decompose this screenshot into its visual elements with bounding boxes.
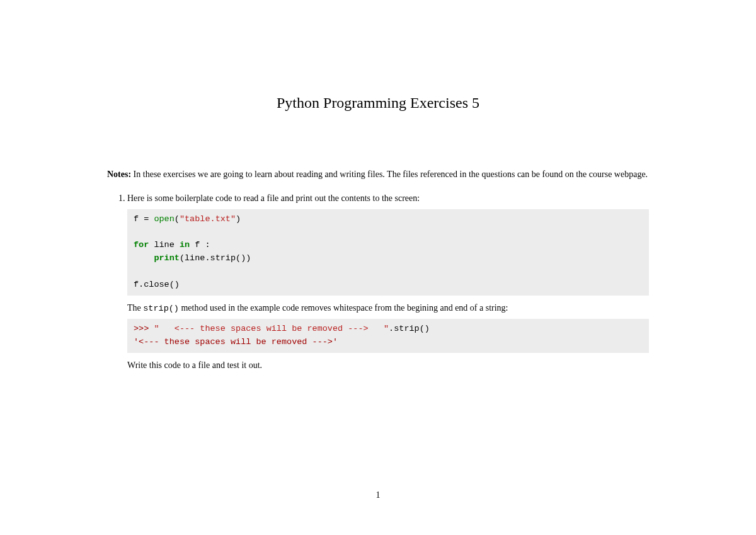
code-token: print (154, 253, 180, 263)
code-token: = (144, 214, 154, 224)
page-title: Python Programming Exercises 5 (107, 95, 649, 112)
exercise1-closing: Write this code to a file and test it ou… (127, 359, 649, 372)
code-token: open (154, 214, 174, 224)
code-token (134, 253, 154, 263)
code-block-1: f = open("table.txt") for line in f : pr… (127, 209, 649, 296)
exercise1-intro: Here is some boilerplate code to read a … (127, 192, 649, 205)
code-token: " (384, 324, 389, 333)
code-token: line (149, 240, 180, 250)
inline-code-strip: strip() (143, 304, 179, 313)
code-token: <--- these spaces will be removed ---> (175, 324, 384, 333)
code-token: ) (236, 214, 241, 224)
code-token: >>> (134, 324, 154, 333)
exercise-item-1: Here is some boilerplate code to read a … (127, 192, 649, 372)
code-token: f.close() (134, 280, 180, 289)
code-token: ( (175, 214, 180, 224)
code-token: " (154, 324, 174, 333)
midtext-pre: The (127, 303, 143, 313)
code-token: "table.txt" (180, 214, 236, 224)
exercise-list: Here is some boilerplate code to read a … (107, 192, 649, 372)
notes-text: In these exercises we are going to learn… (131, 170, 648, 179)
code-token: .strip() (389, 324, 430, 333)
code-token: for (134, 240, 149, 250)
code-token: in (180, 240, 190, 250)
exercise1-midtext: The strip() method used in the example c… (127, 302, 649, 315)
notes-paragraph: Notes: In these exercises we are going t… (107, 168, 649, 181)
midtext-post: method used in the example code removes … (179, 303, 508, 313)
document-page: Python Programming Exercises 5 Notes: In… (0, 0, 756, 535)
code-token: f (134, 214, 144, 224)
code-token: '<--- these spaces will be removed --->' (134, 337, 338, 347)
code-token: (line.strip()) (180, 253, 251, 263)
page-number: 1 (0, 490, 756, 500)
code-block-2: >>> " <--- these spaces will be removed … (127, 319, 649, 353)
notes-label: Notes: (107, 170, 131, 179)
code-token: f : (190, 240, 210, 250)
